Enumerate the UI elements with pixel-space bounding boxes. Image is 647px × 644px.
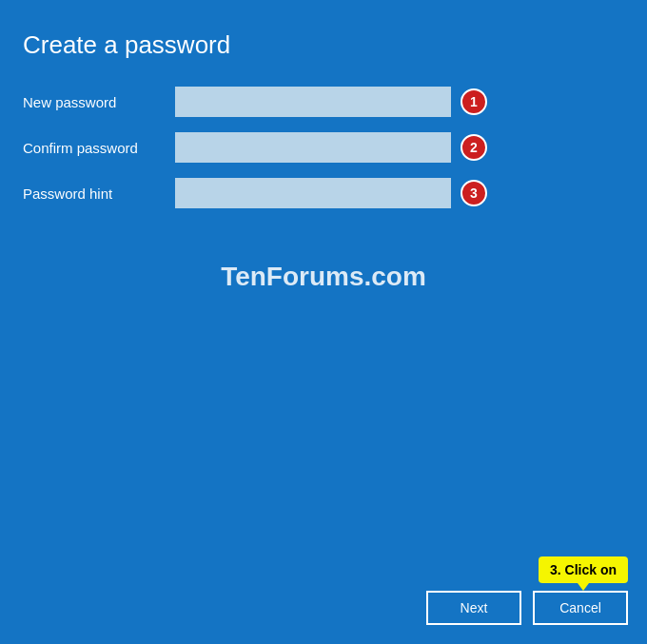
tooltip-bubble: 3. Click on	[539, 556, 628, 583]
badge-2: 2	[461, 134, 487, 161]
confirm-password-label: Confirm password	[23, 140, 175, 156]
badge-1: 1	[461, 88, 487, 115]
password-hint-input-wrapper: 3	[175, 178, 487, 208]
new-password-row: New password 1	[23, 87, 624, 117]
form-section: New password 1 Confirm password 2 Passwo…	[23, 87, 624, 224]
new-password-input-wrapper: 1	[175, 87, 487, 117]
watermark: TenForums.com	[23, 262, 624, 292]
new-password-label: New password	[23, 94, 175, 110]
password-hint-input[interactable]	[175, 178, 451, 208]
password-hint-row: Password hint 3	[23, 178, 624, 208]
next-button[interactable]: Next	[426, 591, 521, 625]
password-hint-label: Password hint	[23, 185, 175, 202]
tooltip-container: 3. Click on	[539, 556, 628, 583]
main-container: Create a password New password 1 Confirm…	[0, 0, 647, 644]
confirm-password-row: Confirm password 2	[23, 132, 624, 163]
confirm-password-input-wrapper: 2	[175, 132, 487, 163]
confirm-password-input[interactable]	[175, 132, 451, 163]
badge-3: 3	[461, 180, 487, 206]
button-row: Next Cancel	[426, 591, 628, 625]
bottom-section: 3. Click on Next Cancel	[426, 556, 628, 625]
new-password-input[interactable]	[175, 87, 451, 117]
cancel-button[interactable]: Cancel	[533, 591, 628, 625]
page-title: Create a password	[23, 30, 624, 60]
